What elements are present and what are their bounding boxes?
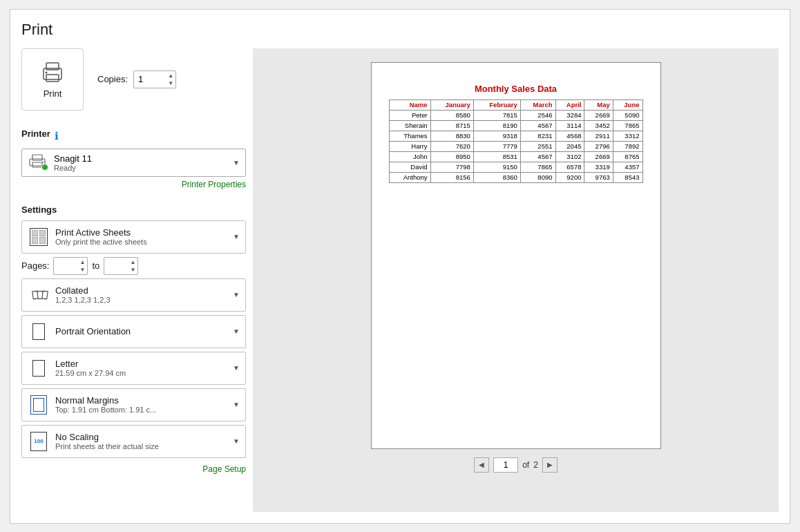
letter-text: Letter 21.59 cm x 27.94 cm <box>55 359 227 377</box>
table-cell: 8156 <box>430 172 473 182</box>
print-button-label: Print <box>44 88 62 99</box>
table-cell: Peter <box>389 110 430 120</box>
scaling-setting[interactable]: 100 No Scaling Print sheets at their act… <box>21 425 246 458</box>
pages-from-down[interactable]: ▼ <box>79 266 87 274</box>
printer-section: Printer ℹ Snagit 11 <box>21 129 246 198</box>
col-header-jan: January <box>430 99 473 110</box>
setting-sub-0: Only print the active sheets <box>55 238 227 246</box>
letter-icon <box>32 360 45 377</box>
copies-spinners: ▲ ▼ <box>166 72 175 87</box>
svg-point-7 <box>42 162 44 163</box>
table-cell: 7779 <box>473 141 520 151</box>
preview-page: Monthly Sales Data Name January February… <box>371 62 661 449</box>
pages-label: Pages: <box>21 260 49 271</box>
table-header-row: Name January February March April May Ju… <box>389 99 642 110</box>
table-cell: 2551 <box>520 141 555 151</box>
page-setup-link[interactable]: Page Setup <box>21 464 246 474</box>
margins-setting[interactable]: Normal Margins Top: 1.91 cm Bottom: 1.91… <box>21 388 246 421</box>
table-cell: 8190 <box>473 120 520 131</box>
print-dialog: Print Print Copies: <box>10 9 790 524</box>
collated-setting[interactable]: Collated 1,2,3 1,2,3 1,2,3 ▼ <box>21 278 246 312</box>
pages-row: Pages: ▲ ▼ to ▲ ▼ <box>21 257 246 275</box>
margins-icon <box>30 395 47 415</box>
table-cell: 2546 <box>520 110 555 120</box>
table-cell: 2911 <box>584 131 613 141</box>
copies-label: Copies: <box>97 74 128 84</box>
scaling-icon: 100 <box>30 432 47 451</box>
table-cell: 8231 <box>520 131 555 141</box>
copies-down-btn[interactable]: ▼ <box>166 79 175 87</box>
collated-icon-box <box>28 284 50 306</box>
col-header-jun: June <box>613 99 642 110</box>
sheets-icon <box>30 228 48 246</box>
table-cell: 8950 <box>430 151 473 162</box>
pages-from-spinners: ▲ ▼ <box>79 258 87 274</box>
portrait-setting[interactable]: Portrait Orientation ▼ <box>21 315 246 348</box>
print-active-sheets-setting[interactable]: Print Active Sheets Only print the activ… <box>21 220 246 254</box>
settings-section: Settings Print Active Sheets Only print … <box>21 205 246 474</box>
table-cell: 4567 <box>520 120 555 131</box>
table-cell: 8360 <box>473 172 520 182</box>
table-cell: 3312 <box>613 131 642 141</box>
pages-to-down[interactable]: ▼ <box>128 266 137 274</box>
table-cell: 8580 <box>430 110 473 120</box>
total-pages: 2 <box>533 460 538 470</box>
setting-arrow-5: ▼ <box>233 437 240 445</box>
letter-icon-box <box>28 357 50 379</box>
table-cell: 7865 <box>520 162 555 172</box>
svg-rect-2 <box>46 75 59 82</box>
setting-arrow-3: ▼ <box>233 364 240 372</box>
table-cell: 3319 <box>584 162 613 172</box>
next-page-button[interactable]: ▶ <box>542 457 558 473</box>
table-cell: Harry <box>389 141 430 151</box>
table-cell: 8765 <box>613 151 642 162</box>
letter-setting[interactable]: Letter 21.59 cm x 27.94 cm ▼ <box>21 352 246 385</box>
table-cell: 2796 <box>584 141 613 151</box>
svg-point-3 <box>46 72 48 74</box>
pages-to-up[interactable]: ▲ <box>128 258 137 266</box>
pages-from-up[interactable]: ▲ <box>79 258 87 266</box>
collated-text: Collated 1,2,3 1,2,3 1,2,3 <box>55 285 227 304</box>
table-cell: 9200 <box>555 172 584 182</box>
setting-arrow-2: ▼ <box>233 327 240 335</box>
table-cell: 3452 <box>584 120 613 131</box>
print-active-sheets-text: Print Active Sheets Only print the activ… <box>55 227 227 246</box>
table-body: Peter858078152546328426695090Sherain8715… <box>389 110 642 182</box>
copies-up-btn[interactable]: ▲ <box>166 72 175 79</box>
table-cell: 8531 <box>473 151 520 162</box>
printer-info-icon[interactable]: ℹ <box>55 130 59 142</box>
pages-to-label: to <box>92 260 99 271</box>
printer-properties-link[interactable]: Printer Properties <box>21 180 246 189</box>
content-area: Print Copies: ▲ ▼ Print <box>21 48 779 512</box>
table-cell: 2669 <box>584 110 613 120</box>
portrait-icon <box>32 323 45 340</box>
table-cell: Sherain <box>389 120 430 131</box>
table-cell: 2045 <box>555 141 584 151</box>
table-cell: 5090 <box>613 110 642 120</box>
printer-name: Snagit 11 <box>54 153 227 164</box>
print-button[interactable]: Print <box>21 48 84 111</box>
table-cell: 7892 <box>613 141 642 151</box>
settings-section-label: Settings <box>21 205 246 215</box>
table-cell: John <box>389 151 430 162</box>
left-panel: Print Copies: ▲ ▼ Print <box>21 48 253 512</box>
prev-page-button[interactable]: ◀ <box>474 457 489 473</box>
setting-main-1: Collated <box>55 285 227 296</box>
current-page-input[interactable] <box>493 457 518 473</box>
table-cell: 3284 <box>555 110 584 120</box>
spreadsheet-title: Monthly Sales Data <box>475 84 557 94</box>
page-of-label: of <box>522 460 529 470</box>
table-row: John895085314567310226698765 <box>389 151 642 162</box>
printer-dropdown[interactable]: Snagit 11 Ready ▼ <box>21 149 246 177</box>
setting-main-2: Portrait Orientation <box>55 326 227 336</box>
setting-arrow-0: ▼ <box>233 233 240 240</box>
table-cell: 3114 <box>555 120 584 131</box>
print-icon <box>39 59 66 86</box>
table-cell: 4567 <box>520 151 555 162</box>
svg-rect-6 <box>32 162 42 167</box>
table-cell: 8830 <box>430 131 473 141</box>
table-cell: Thames <box>389 131 430 141</box>
table-cell: 9318 <box>473 131 520 141</box>
printer-section-header: Printer ℹ <box>21 129 246 144</box>
table-cell: 9150 <box>473 162 520 172</box>
